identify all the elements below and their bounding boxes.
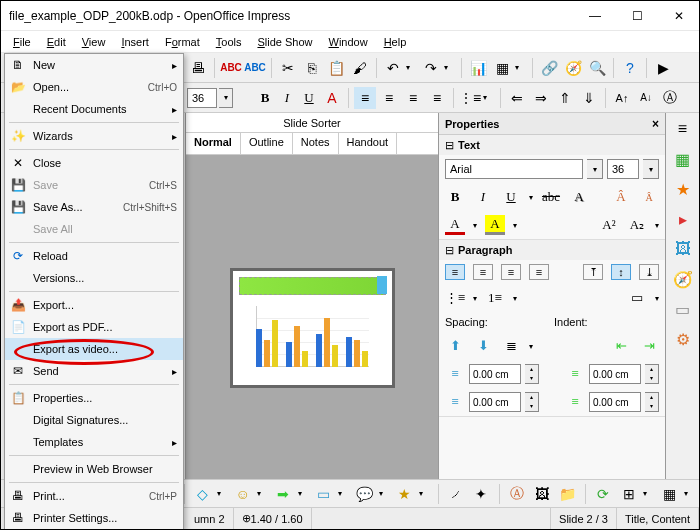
presentation-icon[interactable]: ▶ <box>652 57 674 79</box>
spacing-above-input[interactable]: 0.00 cm <box>469 364 521 384</box>
numbering-button[interactable]: 1≡ <box>485 288 505 308</box>
menu-export-video[interactable]: Export as video... <box>5 338 183 360</box>
indent-before-spinner[interactable]: ▴▾ <box>645 364 659 384</box>
menu-printer-settings[interactable]: 🖶Printer Settings... <box>5 507 183 529</box>
valign-middle[interactable]: ↕ <box>611 264 631 280</box>
dock-master-icon[interactable]: ▦ <box>670 146 696 172</box>
hyperlink-icon[interactable]: 🔗 <box>538 57 560 79</box>
text-section-title[interactable]: Text <box>439 135 665 155</box>
autospell-icon[interactable]: ABC <box>244 57 266 79</box>
increase-spacing-icon[interactable]: ⬆ <box>445 336 465 356</box>
dock-navigator-icon[interactable]: 🧭 <box>670 266 696 292</box>
from-file-icon[interactable]: 🖼 <box>532 483 553 505</box>
bullets-button[interactable]: ⋮≡ <box>445 288 465 308</box>
bullets-dd[interactable]: ▾ <box>473 294 477 303</box>
menu-templates[interactable]: Templates <box>5 431 183 453</box>
highlight-dropdown[interactable]: ▾ <box>513 221 517 230</box>
dock-styles-icon[interactable]: ▭ <box>670 296 696 322</box>
align-right-icon[interactable]: ≡ <box>402 87 424 109</box>
shape-diamond-icon[interactable]: ◇ <box>192 483 213 505</box>
minimize-button[interactable]: — <box>583 4 607 28</box>
script-dropdown[interactable]: ▾ <box>655 221 659 230</box>
menu-file[interactable]: File <box>5 33 39 51</box>
numbering-dd[interactable]: ▾ <box>513 294 517 303</box>
arrange-icon[interactable]: ▦ <box>659 483 680 505</box>
promote-icon[interactable]: ⇐ <box>506 87 528 109</box>
prop-italic-button[interactable]: I <box>473 187 493 207</box>
superscript-button[interactable]: A² <box>599 215 619 235</box>
font-name-combo[interactable]: Arial <box>445 159 583 179</box>
menu-view[interactable]: View <box>74 33 114 51</box>
fontsize-dropdown[interactable]: ▾ <box>219 88 233 108</box>
gallery-icon[interactable]: 📁 <box>557 483 578 505</box>
indent-after-spinner[interactable]: ▴▾ <box>645 392 659 412</box>
character-icon[interactable]: Ⓐ <box>659 87 681 109</box>
dock-properties-icon[interactable]: ≡ <box>670 116 696 142</box>
menu-save[interactable]: 💾SaveCtrl+S <box>5 174 183 196</box>
font-size-combo[interactable]: 36 <box>607 159 639 179</box>
bg-color-dd[interactable]: ▾ <box>655 294 659 303</box>
chart-icon[interactable]: 📊 <box>467 57 489 79</box>
bold-button[interactable]: B <box>255 88 275 108</box>
spacing-below-spinner[interactable]: ▴▾ <box>525 392 539 412</box>
menu-signatures[interactable]: Digital Signatures... <box>5 409 183 431</box>
menu-insert[interactable]: Insert <box>113 33 157 51</box>
menu-window[interactable]: Window <box>321 33 376 51</box>
bullets-dropdown[interactable]: ▾ <box>483 93 495 102</box>
table-dropdown[interactable]: ▾ <box>515 63 527 72</box>
help-icon[interactable]: ? <box>619 57 641 79</box>
bg-color-button[interactable]: ▭ <box>627 288 647 308</box>
fontsize-input[interactable]: 36 <box>187 88 217 108</box>
dock-gallery-icon[interactable]: 🖼 <box>670 236 696 262</box>
underline-button[interactable]: U <box>299 88 319 108</box>
menu-tools[interactable]: Tools <box>208 33 250 51</box>
para-align-center[interactable]: ≡ <box>473 264 493 280</box>
decrease-indent-icon[interactable]: ⇤ <box>611 336 631 356</box>
glue-icon[interactable]: ✦ <box>471 483 492 505</box>
table-icon[interactable]: ▦ <box>491 57 513 79</box>
para-align-left[interactable]: ≡ <box>445 264 465 280</box>
redo-icon[interactable]: ↷ <box>420 57 442 79</box>
increase-font-icon[interactable]: A↑ <box>611 87 633 109</box>
menu-send[interactable]: ✉Send <box>5 360 183 382</box>
para-align-justify[interactable]: ≡ <box>529 264 549 280</box>
shape-arrow-icon[interactable]: ➡ <box>273 483 294 505</box>
format-paintbrush-icon[interactable]: 🖌 <box>349 57 371 79</box>
print-icon[interactable]: 🖶 <box>187 57 209 79</box>
indent-after-input[interactable]: 0.00 cm <box>589 392 641 412</box>
font-name-dropdown[interactable]: ▾ <box>587 159 603 179</box>
tab-notes[interactable]: Notes <box>293 133 339 154</box>
menu-slideshow[interactable]: Slide Show <box>249 33 320 51</box>
copy-icon[interactable]: ⎘ <box>301 57 323 79</box>
points-icon[interactable]: ⟋ <box>446 483 467 505</box>
slide-thumbnail[interactable] <box>230 268 395 388</box>
shape-callout-icon[interactable]: 💬 <box>354 483 375 505</box>
menu-properties[interactable]: 📋Properties... <box>5 387 183 409</box>
align-center-icon[interactable]: ≡ <box>378 87 400 109</box>
spacing-above-spinner[interactable]: ▴▾ <box>525 364 539 384</box>
paste-icon[interactable]: 📋 <box>325 57 347 79</box>
cut-icon[interactable]: ✂ <box>277 57 299 79</box>
redo-dropdown[interactable]: ▾ <box>444 63 456 72</box>
properties-close-icon[interactable]: × <box>652 117 659 131</box>
fontwork-icon[interactable]: Ⓐ <box>507 483 528 505</box>
paragraph-section-title[interactable]: Paragraph <box>439 240 665 260</box>
zoom-icon[interactable]: 🔍 <box>586 57 608 79</box>
slide-canvas[interactable] <box>186 155 438 501</box>
font-color-dropdown[interactable]: ▾ <box>473 221 477 230</box>
indent-before-input[interactable]: 0.00 cm <box>589 364 641 384</box>
prop-shadow-button[interactable]: A <box>569 187 589 207</box>
menu-save-all[interactable]: Save All <box>5 218 183 240</box>
menu-edit[interactable]: Edit <box>39 33 74 51</box>
shape-flowchart-icon[interactable]: ▭ <box>313 483 334 505</box>
shape-smiley-icon[interactable]: ☺ <box>232 483 253 505</box>
menu-reload[interactable]: ⟳Reload <box>5 245 183 267</box>
menu-open[interactable]: 📂Open...Ctrl+O <box>5 76 183 98</box>
undo-dropdown[interactable]: ▾ <box>406 63 418 72</box>
navigator-icon[interactable]: 🧭 <box>562 57 584 79</box>
menu-close[interactable]: ✕Close <box>5 152 183 174</box>
menu-preview[interactable]: Preview in Web Browser <box>5 458 183 480</box>
prop-underline-dropdown[interactable]: ▾ <box>529 193 533 202</box>
menu-wizards[interactable]: ✨Wizards <box>5 125 183 147</box>
demote-icon[interactable]: ⇒ <box>530 87 552 109</box>
